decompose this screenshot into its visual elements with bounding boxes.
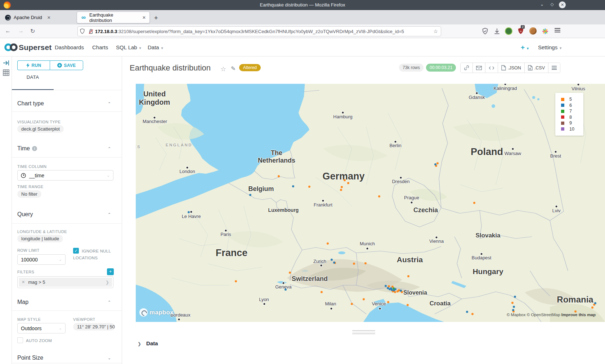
cookie-extension-icon[interactable]: [529, 27, 537, 35]
mapbox-logo[interactable]: mapbox: [139, 308, 174, 317]
earthquake-point-blue[interactable]: [594, 302, 596, 304]
forward-icon[interactable]: →: [18, 28, 24, 34]
run-button[interactable]: RUN: [17, 60, 50, 70]
earthquake-point-orange[interactable]: [436, 162, 439, 164]
section-point-size[interactable]: Point Size: [17, 355, 43, 361]
collapse-panel-icon[interactable]: [3, 60, 9, 66]
earthquake-point-orange[interactable]: [364, 262, 367, 264]
tab-data[interactable]: DATA: [12, 74, 54, 80]
earthquake-point-green[interactable]: [393, 287, 395, 290]
lonlat-value[interactable]: longitude | latitude: [17, 235, 63, 242]
nav-sql-lab[interactable]: SQL Lab▼: [116, 44, 142, 50]
earthquake-point-orange[interactable]: [471, 313, 474, 315]
earthquake-point-blue[interactable]: [512, 309, 514, 311]
earthquake-point-blue[interactable]: [284, 288, 287, 291]
tracking-shield-icon[interactable]: [80, 28, 85, 34]
window-maximize-icon[interactable]: ◇: [549, 2, 555, 7]
chevron-up-icon[interactable]: ⌃: [108, 146, 111, 151]
downloads-icon[interactable]: [493, 27, 501, 35]
earthquake-point-orange[interactable]: [473, 202, 475, 204]
earthquake-point-orange[interactable]: [344, 179, 346, 181]
menu-icon[interactable]: [555, 28, 563, 36]
nav-charts[interactable]: Charts: [92, 44, 108, 50]
earthquake-point-blue[interactable]: [331, 259, 333, 261]
earthquake-point-blue[interactable]: [249, 194, 251, 196]
earthquake-point-orange[interactable]: [321, 291, 323, 293]
earthquake-point-orange[interactable]: [511, 302, 514, 304]
deckgl-scatter-map[interactable]: United KingdomENGLANDESThe NetherlandsBe…: [136, 84, 605, 322]
nav-dashboards[interactable]: Dashboards: [55, 44, 84, 50]
attribution-osm[interactable]: © OpenStreetMap: [527, 313, 560, 317]
settings-menu[interactable]: Settings▼: [538, 44, 562, 50]
ignore-null-checkbox[interactable]: ✓: [73, 248, 79, 254]
earthquake-point-orange[interactable]: [407, 275, 409, 277]
attribution-mapbox[interactable]: © Mapbox: [507, 313, 526, 317]
nav-data[interactable]: Data▼: [148, 44, 164, 50]
earthquake-point-orange[interactable]: [340, 189, 342, 191]
earthquake-point-blue[interactable]: [514, 296, 516, 298]
url-bar[interactable]: 172.18.0.3:32108/superset/explore/?form_…: [77, 26, 441, 36]
section-map[interactable]: Map: [17, 299, 28, 305]
new-tab-button[interactable]: +: [154, 14, 158, 22]
section-time[interactable]: Timei: [17, 145, 37, 152]
viewport-value[interactable]: 11° 28' 29.70" | 50...: [73, 323, 115, 331]
legend-item[interactable]: 5: [561, 96, 583, 103]
chevron-up-icon[interactable]: ⌃: [108, 300, 111, 305]
legend-item[interactable]: 9: [561, 120, 583, 126]
save-button[interactable]: SAVE: [50, 60, 83, 70]
legend-item[interactable]: 10: [561, 126, 583, 132]
earthquake-point-orange[interactable]: [308, 186, 310, 188]
edit-properties-icon[interactable]: ✎: [231, 65, 236, 72]
legend-item[interactable]: 6: [561, 103, 583, 109]
earthquake-point-blue[interactable]: [466, 311, 468, 313]
legend-item[interactable]: 8: [561, 114, 583, 120]
chevron-down-icon[interactable]: ⌄: [108, 356, 111, 360]
brand-name[interactable]: Superset: [19, 43, 51, 52]
chevron-up-icon[interactable]: ⌃: [108, 212, 111, 217]
earthquake-point-orange[interactable]: [591, 306, 593, 309]
earthquake-point-orange[interactable]: [407, 304, 409, 306]
earthquake-point-orange[interactable]: [387, 301, 389, 303]
view-query-button[interactable]: [485, 63, 498, 73]
chevron-up-icon[interactable]: ⌃: [108, 101, 111, 106]
remove-filter-icon[interactable]: ✕: [22, 280, 25, 285]
chevron-right-icon[interactable]: ❯: [106, 280, 109, 285]
earthquake-point-blue[interactable]: [292, 185, 294, 187]
back-icon[interactable]: ←: [5, 28, 11, 34]
new-item-button[interactable]: +▼: [521, 44, 529, 51]
copy-link-button[interactable]: [461, 63, 473, 73]
window-close-icon[interactable]: ✕: [559, 1, 566, 8]
add-filter-button[interactable]: +: [107, 268, 114, 275]
earthquake-point-blue[interactable]: [434, 163, 436, 165]
attribution-improve-link[interactable]: Improve this map: [561, 313, 596, 317]
earthquake-point-blue[interactable]: [333, 261, 335, 264]
auto-zoom-checkbox[interactable]: [17, 337, 23, 343]
multi-account-icon[interactable]: [541, 27, 549, 35]
section-query[interactable]: Query: [17, 211, 33, 218]
time-range-value[interactable]: No filter: [17, 190, 41, 198]
map-style-select[interactable]: Outdoors⌄: [17, 323, 66, 333]
privacy-badger-icon[interactable]: [505, 27, 512, 35]
bookmark-star-icon[interactable]: ☆: [433, 28, 438, 34]
earthquake-point-orange[interactable]: [327, 242, 329, 245]
dataset-grid-icon[interactable]: [3, 69, 9, 76]
earthquake-point-orange[interactable]: [347, 182, 349, 184]
ublock-icon[interactable]: u 2: [517, 27, 525, 35]
legend-item[interactable]: 7: [561, 108, 583, 114]
earthquake-point-orange[interactable]: [378, 195, 380, 197]
filter-item[interactable]: ✕ mag > 5 ❯: [19, 278, 112, 287]
row-limit-select[interactable]: 100000⌄: [17, 254, 66, 265]
tab-close-icon[interactable]: ✕: [47, 15, 51, 20]
window-minimize-icon[interactable]: ⌄: [539, 2, 545, 7]
favorite-star-icon[interactable]: ☆: [220, 65, 226, 73]
email-button[interactable]: [473, 63, 485, 73]
earthquake-point-orange[interactable]: [394, 291, 396, 293]
earthquake-point-blue[interactable]: [400, 290, 402, 292]
viz-type-value[interactable]: deck.gl Scatterplot: [17, 125, 64, 133]
earthquake-point-orange[interactable]: [353, 263, 355, 265]
more-options-icon[interactable]: [548, 63, 560, 73]
earthquake-point-blue[interactable]: [188, 211, 190, 213]
earthquake-point-orange[interactable]: [363, 298, 365, 300]
data-section-header[interactable]: ❯Data: [138, 340, 158, 346]
pocket-shield-icon[interactable]: [481, 27, 489, 35]
